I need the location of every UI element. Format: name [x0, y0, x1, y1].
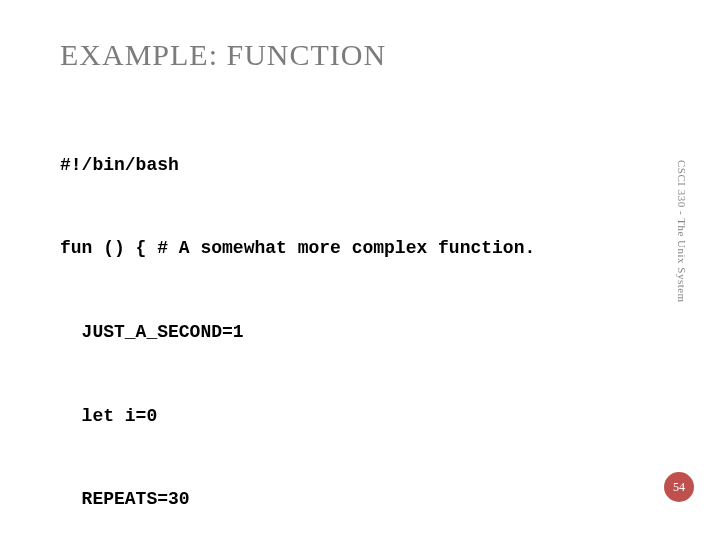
course-label: CSCI 330 - The Unix System: [676, 160, 688, 303]
code-line: JUST_A_SECOND=1: [60, 319, 660, 347]
code-line: fun () { # A somewhat more complex funct…: [60, 235, 660, 263]
page-number-badge: 54: [664, 472, 694, 502]
code-block: #!/bin/bash fun () { # A somewhat more c…: [60, 96, 660, 540]
code-line: #!/bin/bash: [60, 152, 660, 180]
code-line: REPEATS=30: [60, 486, 660, 514]
slide-title: EXAMPLE: FUNCTION: [60, 38, 660, 72]
code-line: let i=0: [60, 403, 660, 431]
slide: EXAMPLE: FUNCTION #!/bin/bash fun () { #…: [0, 0, 720, 540]
